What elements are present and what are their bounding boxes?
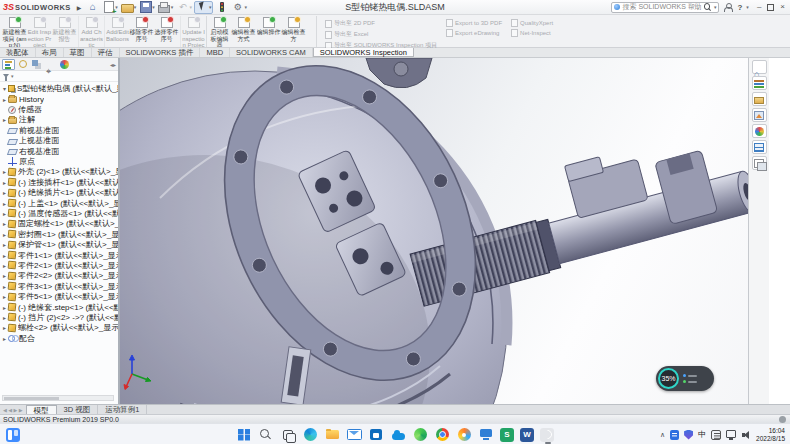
tab-scroll-buttons[interactable]: ◀ ◀ ▶ ▶ [0, 405, 26, 414]
configurationmanager-tab[interactable] [30, 59, 43, 70]
ribbon-tab[interactable]: 布局 [36, 48, 64, 57]
restore-button[interactable] [767, 4, 774, 11]
tree-item[interactable]: ▸ (-) 连接插杆<1> (默认<<默认>_显 [1, 177, 118, 187]
ribbon-button[interactable]: Edit Inspection Project [27, 16, 52, 47]
dropdown-caret-icon[interactable]: ▾ [209, 4, 212, 10]
expand-arrow-icon[interactable]: ▸ [1, 116, 8, 123]
hidden-icons-chevron[interactable]: ∧ [660, 431, 665, 439]
tray-app-icon[interactable] [670, 430, 679, 440]
displaymanager-tab[interactable] [58, 59, 71, 70]
start-icon[interactable] [236, 427, 252, 443]
tree-item[interactable]: ▸ 固定螺栓<1> (默认<<默认>_显示 [1, 219, 118, 229]
logo-flyout-arrow-icon[interactable]: ▶ [77, 4, 82, 11]
filter-caret-icon[interactable]: ▾ [11, 73, 14, 79]
tree-item[interactable]: ▸ (-) 温度传感器<1> (默认<<默认>_ [1, 208, 118, 218]
new-document-icon[interactable]: ▾ [101, 1, 119, 14]
browser-360-icon[interactable] [412, 427, 428, 443]
dropdown-caret-icon[interactable]: ▾ [134, 4, 137, 10]
ribbon-button[interactable]: Add Characteristic [78, 16, 103, 47]
display-icon[interactable] [726, 430, 736, 438]
document-tab[interactable]: 运动算例1 [98, 405, 147, 414]
rebuild-traffic-light-icon[interactable]: ▾ [214, 1, 229, 14]
options-gear-icon[interactable]: ▾ [230, 1, 248, 14]
tree-item[interactable]: ▸ History [1, 94, 118, 104]
ribbon-button[interactable]: 选择零件序号 [154, 16, 179, 47]
tree-item[interactable]: ▸ 密封圈<1> (默认<<默认>_显示状 [1, 229, 118, 239]
panel-tabs-overflow-icon[interactable]: ◂▸ [110, 61, 116, 68]
ribbon-tab[interactable]: 草图 [64, 48, 92, 57]
ribbon-button[interactable]: Update Inspection Project [180, 16, 205, 47]
expand-arrow-icon[interactable]: ▸ [1, 335, 8, 342]
home-icon[interactable]: ▾ [85, 1, 100, 14]
ribbon-tab[interactable]: 评估 [92, 48, 120, 57]
search-icon[interactable] [258, 427, 274, 443]
resources-home-icon[interactable] [752, 60, 767, 74]
ribbon-tab[interactable]: SOLIDWORKS 插件 [120, 48, 201, 57]
quick-tips-icon[interactable] [779, 416, 786, 423]
tree-item[interactable]: ▸ (-) 上盖<1> (默认<<默认>_显示状 [1, 198, 118, 208]
login-person-icon[interactable] [723, 2, 733, 12]
tree-item[interactable]: ▸ 配合 [1, 333, 118, 343]
minimize-button[interactable]: – [757, 3, 761, 11]
help-search-box[interactable]: 搜索 SOLIDWORKS 帮助 ▾ [611, 2, 719, 13]
tree-item[interactable]: ▸ (-) 绝缘插片<1> (默认<<默认>_显 [1, 188, 118, 198]
security-shield-icon[interactable] [684, 430, 693, 440]
export-menu-item[interactable]: Export eDrawing [446, 29, 502, 37]
app-s-icon[interactable]: S [500, 428, 514, 442]
export-menu-item[interactable]: QualityXpert [511, 19, 553, 27]
view-palette-icon[interactable] [752, 108, 767, 122]
tree-item[interactable]: ▸ 零件1<1> (默认<<默认>_显示状 [1, 250, 118, 260]
microsoft-store-icon[interactable] [368, 427, 384, 443]
document-tab[interactable]: 模型 [26, 405, 57, 414]
browser-2345-icon[interactable] [456, 427, 472, 443]
featuremanager-tab[interactable] [2, 59, 15, 70]
open-file-icon[interactable]: ▾ [120, 1, 138, 14]
tree-item[interactable]: ▸ 注解 [1, 115, 118, 125]
chrome-browser-icon[interactable] [434, 427, 450, 443]
ribbon-button[interactable]: 编辑检查方 [281, 16, 306, 47]
tree-item[interactable]: ▸ 保护管<1> (默认<<默认>_显示状 [1, 239, 118, 249]
appearances-scenes-icon[interactable] [752, 124, 767, 138]
onedrive-icon[interactable] [390, 427, 406, 443]
dropdown-caret-icon[interactable]: ▾ [171, 4, 174, 10]
tree-item[interactable]: ▸ 零件2<2> (默认<<默认>_显示状 [1, 271, 118, 281]
tree-item[interactable]: ▸ 零件2<1> (默认<<默认>_显示状 [1, 260, 118, 270]
select-cursor-icon[interactable]: ▾ [194, 1, 214, 14]
export-menu-item[interactable]: 导出至 2D PDF [325, 19, 437, 28]
tree-item[interactable]: ▸ 零件3<1> (默认<<默认>_显示状 [1, 281, 118, 291]
help-caret-icon[interactable]: ▾ [746, 4, 749, 10]
tree-item[interactable]: ▸ (-) 绝缘套.step<1> (默认<<默认> [1, 302, 118, 312]
screen-recorder-overlay[interactable]: 35% [656, 366, 714, 391]
ribbon-tab[interactable]: 装配体 [0, 48, 36, 57]
close-button[interactable]: × [780, 3, 785, 11]
expand-arrow-icon[interactable]: ▸ [1, 96, 8, 103]
widgets-icon[interactable] [6, 428, 20, 442]
export-menu-item[interactable]: 导出至 Excel [325, 30, 437, 39]
dimxpertmanager-tab[interactable] [44, 59, 57, 70]
export-menu-item[interactable]: Net-Inspect [511, 29, 553, 37]
tree-item[interactable]: ▸ 外壳 (2)<1> (默认<<默认>_显示状 [1, 167, 118, 177]
tree-horizontal-scrollbar[interactable] [2, 395, 114, 401]
wps-word-icon[interactable]: W [520, 428, 534, 442]
dropdown-caret-icon[interactable]: ▾ [189, 4, 192, 10]
expand-arrow-icon[interactable]: ▾ [1, 85, 8, 92]
print-icon[interactable]: ▾ [157, 1, 175, 14]
edge-browser-icon[interactable] [302, 427, 318, 443]
ribbon-button[interactable]: 新建检查项目 (amp;N) [2, 16, 27, 47]
file-explorer-icon[interactable] [752, 92, 767, 106]
ribbon-button[interactable]: 新建检查报告 [52, 16, 77, 47]
ribbon-button[interactable]: 编辑操作 [256, 16, 281, 47]
ribbon-tab[interactable]: SOLIDWORKS CAM [230, 48, 313, 57]
search-input[interactable]: 搜索 SOLIDWORKS 帮助 [622, 2, 701, 12]
solidworks-app-icon[interactable] [540, 428, 554, 442]
search-caret-icon[interactable]: ▾ [714, 4, 717, 10]
tree-item[interactable]: ▸ (-) 挡片 (2)<2> ->? (默认<<默认> [1, 312, 118, 322]
file-explorer-icon[interactable] [324, 427, 340, 443]
export-menu-item[interactable]: Export to 3D PDF [446, 19, 502, 27]
forum-icon[interactable] [752, 156, 767, 170]
mail-icon[interactable] [346, 427, 362, 443]
ribbon-button[interactable]: 编辑检查方式 [231, 16, 256, 47]
taskbar-clock[interactable]: 16:04 2022/8/15 [756, 427, 785, 442]
help-button[interactable]: ? [737, 3, 742, 12]
ime-keyboard-icon[interactable] [711, 430, 721, 440]
